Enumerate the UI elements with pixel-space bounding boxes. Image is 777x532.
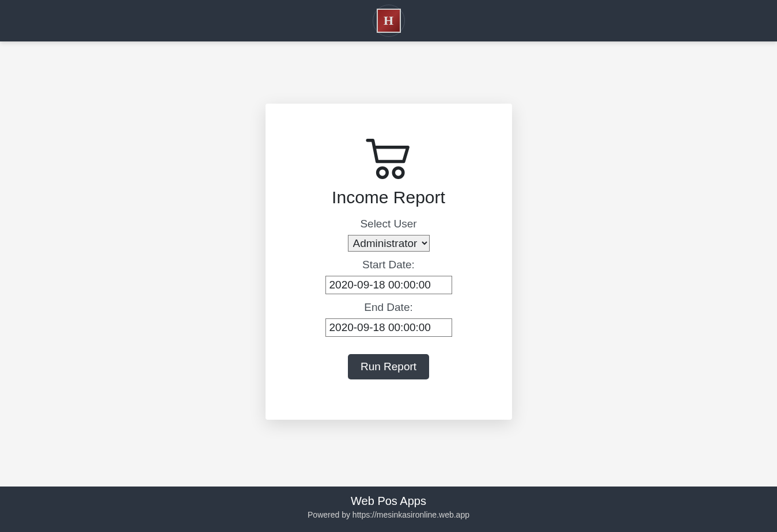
main-content: Income Report Select User Administrator …: [0, 41, 777, 487]
run-report-button[interactable]: Run Report: [348, 354, 429, 379]
svg-point-1: [393, 168, 403, 178]
footer-title: Web Pos Apps: [0, 495, 777, 508]
footer-subtitle: Powered by https://mesinkasironline.web.…: [0, 510, 777, 519]
app-header: [0, 0, 777, 41]
start-date-label: Start Date:: [289, 259, 489, 271]
page-title: Income Report: [289, 188, 489, 207]
income-report-card: Income Report Select User Administrator …: [266, 104, 512, 420]
logo-container[interactable]: [373, 5, 405, 37]
logo-icon: [377, 9, 401, 33]
start-date-input[interactable]: [325, 276, 452, 294]
select-user-label: Select User: [289, 218, 489, 230]
shopping-cart-icon: [362, 132, 415, 185]
end-date-label: End Date:: [289, 301, 489, 314]
svg-point-0: [377, 168, 387, 178]
user-select[interactable]: Administrator: [348, 235, 430, 252]
app-footer: Web Pos Apps Powered by https://mesinkas…: [0, 487, 777, 532]
end-date-input[interactable]: [325, 318, 452, 337]
